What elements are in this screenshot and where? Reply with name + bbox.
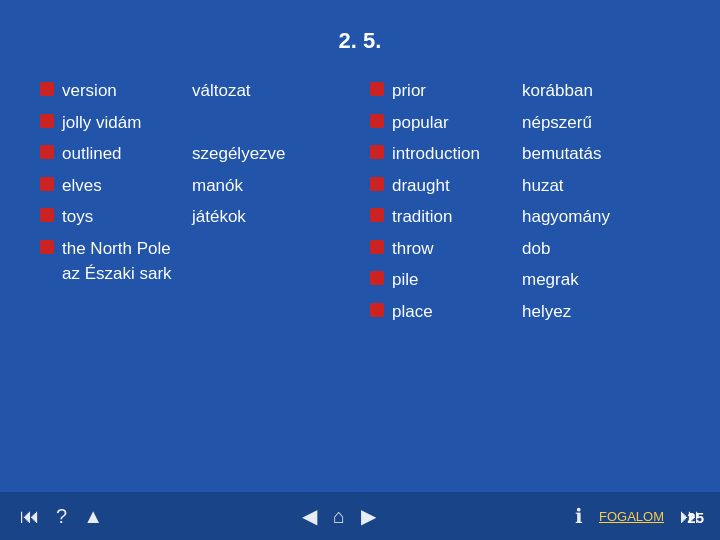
word-hu: dob (522, 236, 550, 262)
bullet-icon (370, 114, 384, 128)
word-hu: korábban (522, 78, 593, 104)
item-text: introduction bemutatás (392, 141, 601, 167)
nav-right: ℹ FOGALOM ⏭ (575, 504, 700, 528)
item-text: pile megrak (392, 267, 579, 293)
list-item: version változat (40, 78, 350, 104)
item-text: elves manók (62, 173, 243, 199)
word-hu: szegélyezve (192, 141, 286, 167)
bullet-icon (40, 145, 54, 159)
bullet-icon (40, 177, 54, 191)
prev-button[interactable]: ◀ (302, 504, 317, 528)
word-en: pile (392, 267, 522, 293)
word-hu: játékok (192, 204, 246, 230)
item-text: popular népszerű (392, 110, 592, 136)
word-hu: manók (192, 173, 243, 199)
word-en: popular (392, 110, 522, 136)
item-text: jolly vidám (62, 110, 192, 136)
list-item: tradition hagyomány (370, 204, 680, 230)
page-title: 2. 5. (0, 0, 720, 78)
up-button[interactable]: ▲ (83, 505, 103, 528)
word-en: introduction (392, 141, 522, 167)
bullet-icon (40, 114, 54, 128)
bullet-icon (370, 271, 384, 285)
list-item: throw dob (370, 236, 680, 262)
item-text: throw dob (392, 236, 550, 262)
left-column: version változat jolly vidám outlined sz… (40, 78, 350, 324)
list-item: popular népszerű (370, 110, 680, 136)
next-button[interactable]: ▶ (361, 504, 376, 528)
word-hu: helyez (522, 299, 571, 325)
question-button[interactable]: ? (56, 505, 67, 528)
word-hu: megrak (522, 267, 579, 293)
info-button[interactable]: ℹ (575, 504, 583, 528)
page-number: 25 (687, 509, 704, 526)
word-en: tradition (392, 204, 522, 230)
bullet-icon (370, 303, 384, 317)
word-en: version (62, 78, 192, 104)
word-en: draught (392, 173, 522, 199)
word-hu: népszerű (522, 110, 592, 136)
item-text: version változat (62, 78, 251, 104)
first-button[interactable]: ⏮ (20, 505, 40, 528)
word-en: place (392, 299, 522, 325)
bullet-icon (40, 208, 54, 222)
bullet-icon (370, 82, 384, 96)
bottom-bar: ⏮ ? ▲ ◀ ⌂ ▶ ℹ FOGALOM ⏭ (0, 492, 720, 540)
bullet-icon (370, 145, 384, 159)
nav-center: ◀ ⌂ ▶ (302, 504, 376, 528)
bullet-icon (40, 240, 54, 254)
list-item: jolly vidám (40, 110, 350, 136)
word-en: elves (62, 173, 192, 199)
item-text: draught huzat (392, 173, 564, 199)
word-en: the North Pole (62, 236, 172, 262)
list-item: prior korábban (370, 78, 680, 104)
fogalom-link[interactable]: FOGALOM (599, 509, 664, 524)
list-item: toys játékok (40, 204, 350, 230)
word-hu: hagyomány (522, 204, 610, 230)
item-text: prior korábban (392, 78, 593, 104)
word-en: toys (62, 204, 192, 230)
list-item: introduction bemutatás (370, 141, 680, 167)
list-item: place helyez (370, 299, 680, 325)
right-column: prior korábban popular népszerű introduc… (370, 78, 680, 324)
word-hu: változat (192, 78, 251, 104)
item-text: toys játékok (62, 204, 246, 230)
nav-left: ⏮ ? ▲ (20, 505, 103, 528)
word-en: prior (392, 78, 522, 104)
list-item: draught huzat (370, 173, 680, 199)
bullet-icon (40, 82, 54, 96)
item-text: the North Pole az Északi sark (62, 236, 172, 287)
item-text: place helyez (392, 299, 571, 325)
item-text: outlined szegélyezve (62, 141, 286, 167)
list-item: outlined szegélyezve (40, 141, 350, 167)
word-en: outlined (62, 141, 192, 167)
word-hu: az Északi sark (62, 261, 172, 287)
word-en: throw (392, 236, 522, 262)
home-button[interactable]: ⌂ (333, 505, 345, 528)
bullet-icon (370, 240, 384, 254)
word-hu: bemutatás (522, 141, 601, 167)
word-en: jolly vidám (62, 110, 192, 136)
word-hu: huzat (522, 173, 564, 199)
list-item: pile megrak (370, 267, 680, 293)
item-text: tradition hagyomány (392, 204, 610, 230)
bullet-icon (370, 177, 384, 191)
list-item: elves manók (40, 173, 350, 199)
list-item: the North Pole az Északi sark (40, 236, 350, 287)
bullet-icon (370, 208, 384, 222)
content-area: version változat jolly vidám outlined sz… (0, 78, 720, 324)
